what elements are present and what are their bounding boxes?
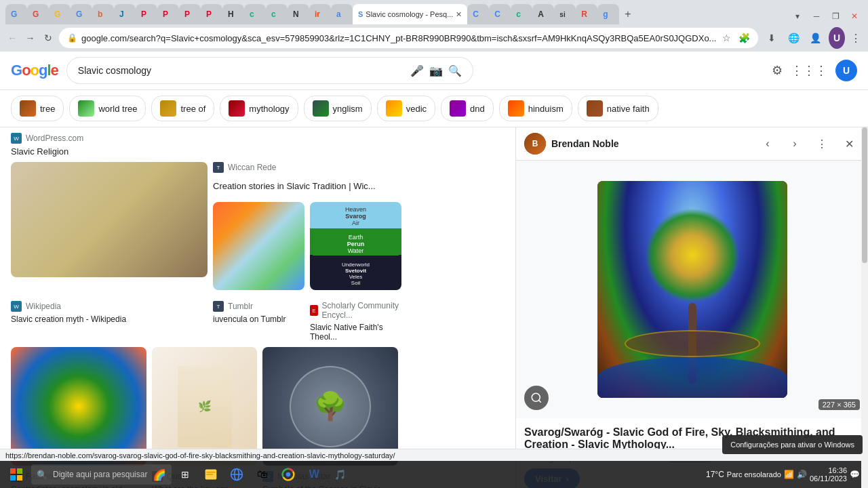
image-item-4[interactable] — [11, 347, 146, 466]
source-icon-wp: W — [11, 133, 22, 144]
taskbar-icon-music[interactable]: 🎵 — [328, 462, 352, 487]
image-size-badge: 227 × 365 — [818, 399, 860, 410]
tab-7[interactable]: P — [136, 4, 157, 24]
tab-15[interactable]: ir — [309, 4, 331, 24]
chip-tree-of[interactable]: tree of — [151, 96, 214, 121]
tab-2[interactable]: G — [27, 4, 49, 24]
header-right: ⚙ ⋮⋮⋮ U — [772, 60, 857, 81]
extensions-icon[interactable]: 🧩 — [738, 32, 750, 44]
img-title-1: Slavic creation myth - Wikipedia — [11, 314, 208, 324]
taskbar-sound-icon: 🔊 — [797, 470, 807, 479]
chip-tree[interactable]: tree — [11, 96, 64, 121]
tab-9[interactable]: P — [179, 4, 201, 24]
address-bar[interactable]: 🔒 google.com/search?q=Slavic+cosmology&s… — [59, 28, 758, 48]
taskbar-icon-word[interactable]: W — [302, 462, 326, 487]
google-avatar[interactable]: U — [835, 60, 857, 81]
taskbar-icon-file[interactable] — [199, 462, 223, 487]
tab-active[interactable]: S Slavic cosmology - Pesq... ✕ — [353, 4, 467, 24]
chip-ynglism[interactable]: ynglism — [304, 96, 372, 121]
back-btn[interactable]: ← — [5, 28, 19, 47]
forward-btn[interactable]: → — [23, 28, 37, 47]
chip-img-treeof — [160, 100, 176, 117]
tab-10[interactable]: P — [201, 4, 222, 24]
tab-list-btn[interactable]: ▾ — [789, 8, 806, 24]
tab-16[interactable]: a — [331, 4, 353, 24]
search-submit-icon[interactable]: 🔍 — [448, 64, 462, 77]
wiki-icon: W — [11, 301, 22, 312]
prev-btn[interactable]: ‹ — [757, 133, 778, 155]
minimize-btn[interactable]: ─ — [808, 8, 825, 24]
chip-vedic[interactable]: vedic — [377, 96, 435, 121]
microphone-icon[interactable]: 🎤 — [410, 64, 424, 77]
scrollbar-track[interactable] — [861, 127, 868, 488]
next-btn[interactable]: › — [784, 133, 806, 155]
new-tab-btn[interactable]: + — [619, 4, 638, 24]
settings-icon[interactable]: ⚙ — [772, 63, 783, 78]
chip-dnd[interactable]: dnd — [441, 96, 494, 121]
search-input[interactable] — [78, 65, 405, 76]
chip-native-faith[interactable]: native faith — [578, 96, 658, 121]
chip-mythology[interactable]: mythology — [220, 96, 298, 121]
close-btn[interactable]: ✕ — [846, 8, 863, 24]
ext-icon-1[interactable]: ⬇ — [762, 28, 781, 47]
tab-14[interactable]: N — [288, 4, 309, 24]
taskbar-icon-browser[interactable] — [224, 462, 249, 487]
chip-world-tree[interactable]: world tree — [69, 96, 146, 121]
tab-close-btn[interactable]: ✕ — [456, 10, 462, 19]
bookmark-icon[interactable]: ☆ — [720, 32, 732, 44]
tab-3[interactable]: G — [49, 4, 71, 24]
tumblr-label: Tumblr — [228, 302, 253, 311]
tab-21[interactable]: A — [532, 4, 554, 24]
apps-icon[interactable]: ⋮⋮⋮ — [791, 63, 827, 78]
tab-11[interactable]: H — [222, 4, 244, 24]
scrollbar-thumb[interactable] — [862, 127, 867, 263]
tab-4[interactable]: G — [71, 4, 92, 24]
tab-22[interactable]: si — [554, 4, 576, 24]
wiki-label: Wikipedia — [26, 302, 61, 311]
more-options-btn[interactable]: ⋮ — [811, 133, 833, 155]
taskbar-icon-chrome[interactable] — [276, 462, 300, 487]
tab-18[interactable]: C — [467, 4, 489, 24]
google-header: Google 🎤 📷 🔍 ⚙ ⋮⋮⋮ U — [0, 52, 868, 90]
url-text: google.com/search?q=Slavic+cosmology&sca… — [81, 33, 716, 43]
search-bar[interactable]: 🎤 📷 🔍 — [66, 57, 473, 84]
image-item-2[interactable] — [213, 202, 304, 290]
tab-19[interactable]: C — [489, 4, 511, 24]
encycl-icon: E — [310, 305, 318, 316]
taskbar-icon-multitask[interactable]: ⊞ — [173, 462, 197, 487]
ext-icon-3[interactable]: 👤 — [806, 28, 825, 47]
tab-5[interactable]: b — [92, 4, 114, 24]
google-logo: Google — [11, 62, 58, 79]
tab-6[interactable]: J — [114, 4, 136, 24]
image-item-6[interactable]: 🌳 — [262, 347, 398, 466]
lens-btn[interactable] — [524, 386, 549, 410]
tab-bar-actions: ▾ ─ ❐ ✕ — [789, 8, 868, 24]
refresh-btn[interactable]: ↻ — [41, 28, 55, 47]
image-item-1[interactable] — [11, 162, 208, 277]
chrome-menu-btn[interactable]: ⋮ — [849, 28, 863, 47]
tab-1[interactable]: G — [5, 4, 27, 24]
chip-label-world: world tree — [98, 104, 137, 114]
svg-rect-8 — [207, 474, 214, 475]
image-row-3: 🌿 🌳 — [11, 347, 505, 466]
image-row-1: T Wiccan Rede Creation stories in Slavic… — [11, 162, 505, 296]
user-avatar[interactable]: U — [829, 27, 844, 49]
tab-13[interactable]: c — [266, 4, 288, 24]
tab-24[interactable]: g — [597, 4, 619, 24]
chip-hinduism[interactable]: hinduism — [499, 96, 572, 121]
tab-8[interactable]: P — [157, 4, 179, 24]
image-item-5[interactable]: 🌿 — [152, 347, 257, 466]
encycl-label: Scholarly Community Encycl... — [322, 301, 401, 320]
camera-icon[interactable]: 📷 — [429, 64, 443, 77]
restore-btn[interactable]: ❐ — [827, 8, 844, 24]
close-panel-btn[interactable]: ✕ — [838, 133, 860, 155]
image-item-3[interactable]: HeavenSvarogAir EarthPerunWater Underwor… — [310, 202, 401, 290]
tab-20[interactable]: c — [511, 4, 532, 24]
taskbar-search[interactable]: 🔍 Digite aqui para pesquisar 🌈 — [31, 464, 172, 485]
tab-12[interactable]: c — [244, 4, 266, 24]
start-btn[interactable] — [3, 461, 30, 488]
tab-23[interactable]: R — [576, 4, 597, 24]
ext-icon-2[interactable]: 🌐 — [784, 28, 803, 47]
taskbar-icon-store[interactable]: 🛍 — [250, 462, 275, 487]
detail-image[interactable] — [597, 181, 787, 398]
